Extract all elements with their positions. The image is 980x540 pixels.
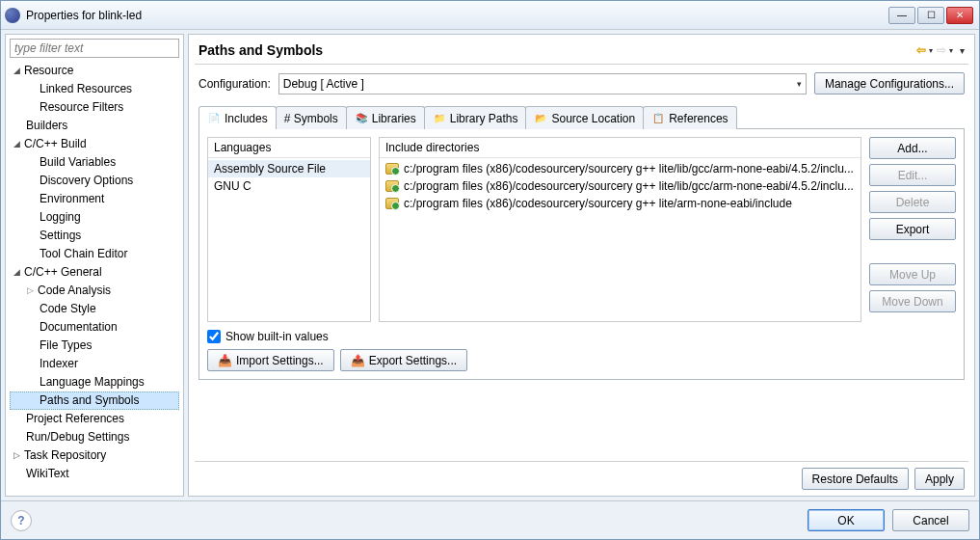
collapse-icon[interactable]: ◢ — [11, 264, 22, 281]
tab-symbols[interactable]: # Symbols — [276, 106, 347, 129]
page-title: Paths and Symbols — [199, 42, 323, 58]
include-row[interactable]: c:/program files (x86)/codesourcery/sour… — [380, 195, 861, 212]
folder-icon — [385, 180, 399, 192]
forward-button[interactable]: ⇨▾ — [937, 43, 953, 57]
folder-icon — [385, 163, 399, 175]
tree-item-language-mappings[interactable]: Language Mappings — [10, 373, 179, 392]
configuration-select[interactable]: Debug [ Active ] ▾ — [278, 73, 807, 94]
chevron-down-icon: ▾ — [797, 79, 802, 89]
add-button[interactable]: Add... — [869, 137, 956, 159]
tab-library-paths[interactable]: 📁Library Paths — [424, 106, 527, 129]
expand-icon[interactable]: ▷ — [11, 447, 22, 464]
edit-button[interactable]: Edit... — [869, 164, 956, 186]
configuration-value: Debug [ Active ] — [283, 77, 364, 91]
export-button[interactable]: Export — [869, 218, 956, 240]
tree-item-ccpp-build[interactable]: ◢C/C++ Build — [10, 135, 179, 153]
tree-item-task-repository[interactable]: ▷Task Repository — [10, 446, 179, 465]
ok-button[interactable]: OK — [808, 509, 885, 531]
tree-item-run-debug-settings[interactable]: Run/Debug Settings — [10, 428, 179, 446]
minimize-button[interactable]: — — [888, 7, 915, 24]
tree-item-file-types[interactable]: File Types — [10, 337, 179, 355]
references-icon: 📋 — [651, 112, 665, 125]
tree-item-wikitext[interactable]: WikiText — [10, 465, 179, 483]
show-builtin-label: Show built-in values — [225, 330, 329, 343]
manage-configurations-button[interactable]: Manage Configurations... — [814, 72, 965, 94]
languages-list[interactable]: Languages Assembly Source File GNU C — [207, 137, 371, 322]
apply-button[interactable]: Apply — [914, 468, 965, 490]
collapse-icon[interactable]: ◢ — [11, 63, 22, 79]
nav-tree[interactable]: ◢Resource Linked Resources Resource Filt… — [10, 62, 179, 492]
language-row[interactable]: Assembly Source File — [208, 160, 370, 177]
tree-item-builders[interactable]: Builders — [10, 117, 179, 135]
include-directories-list[interactable]: Include directories c:/program files (x8… — [379, 137, 861, 322]
tree-item-tool-chain-editor[interactable]: Tool Chain Editor — [10, 245, 179, 263]
libraries-icon: 📚 — [355, 112, 368, 125]
tree-item-logging[interactable]: Logging — [10, 208, 179, 227]
move-up-button[interactable]: Move Up — [869, 263, 956, 285]
include-row[interactable]: c:/program files (x86)/codesourcery/sour… — [380, 160, 861, 177]
tree-item-environment[interactable]: Environment — [10, 190, 179, 208]
include-row[interactable]: c:/program files (x86)/codesourcery/sour… — [380, 177, 861, 195]
close-button[interactable]: ✕ — [946, 7, 973, 24]
tree-item-indexer[interactable]: Indexer — [10, 355, 179, 373]
includes-icon: 📄 — [207, 112, 221, 125]
tab-source-location[interactable]: 📂Source Location — [525, 106, 644, 129]
maximize-button[interactable]: ☐ — [917, 7, 944, 24]
tree-item-settings[interactable]: Settings — [10, 227, 179, 245]
tab-libraries[interactable]: 📚Libraries — [346, 106, 425, 129]
eclipse-icon — [5, 8, 20, 23]
tree-item-build-variables[interactable]: Build Variables — [10, 153, 179, 172]
tree-item-resource[interactable]: ◢Resource — [10, 62, 179, 80]
restore-defaults-button[interactable]: Restore Defaults — [802, 468, 909, 490]
tree-item-resource-filters[interactable]: Resource Filters — [10, 98, 179, 117]
language-row[interactable]: GNU C — [208, 177, 370, 195]
tab-includes[interactable]: 📄Includes — [199, 106, 277, 129]
filter-input[interactable] — [10, 39, 179, 58]
tree-item-code-style[interactable]: Code Style — [10, 300, 179, 318]
cancel-button[interactable]: Cancel — [892, 509, 969, 531]
help-button[interactable]: ? — [11, 510, 32, 531]
library-paths-icon: 📁 — [433, 112, 446, 125]
export-settings-button[interactable]: 📤Export Settings... — [340, 349, 467, 371]
tabs: 📄Includes # Symbols 📚Libraries 📁Library … — [199, 106, 965, 129]
content-panel: Paths and Symbols ⇦▾ ⇨▾ ▾ Configuration:… — [188, 34, 975, 497]
tree-item-ccpp-general[interactable]: ◢C/C++ General — [10, 263, 179, 282]
titlebar: Properties for blink-led — ☐ ✕ — [1, 1, 979, 30]
folder-icon — [385, 198, 399, 209]
languages-header: Languages — [208, 138, 370, 158]
tree-item-code-analysis[interactable]: ▷Code Analysis — [10, 282, 179, 300]
show-builtin-checkbox[interactable] — [207, 330, 221, 343]
side-buttons: Add... Edit... Delete Export Move Up Mov… — [869, 137, 956, 322]
export-icon: 📤 — [351, 354, 365, 367]
tree-item-paths-symbols[interactable]: Paths and Symbols — [10, 392, 179, 410]
delete-button[interactable]: Delete — [869, 191, 956, 213]
tree-item-project-references[interactable]: Project References — [10, 410, 179, 428]
dropdown-menu-button[interactable]: ▾ — [957, 43, 965, 57]
tab-references[interactable]: 📋References — [643, 106, 736, 129]
tree-panel: ◢Resource Linked Resources Resource Filt… — [5, 34, 184, 497]
expand-icon[interactable]: ▷ — [24, 283, 36, 299]
tree-item-discovery-options[interactable]: Discovery Options — [10, 172, 179, 190]
configuration-label: Configuration: — [199, 77, 271, 91]
import-settings-button[interactable]: 📥Import Settings... — [207, 349, 334, 371]
move-down-button[interactable]: Move Down — [869, 290, 956, 312]
window-title: Properties for blink-led — [26, 9, 142, 22]
import-icon: 📥 — [218, 354, 232, 367]
source-location-icon: 📂 — [534, 112, 547, 125]
tree-item-documentation[interactable]: Documentation — [10, 318, 179, 337]
include-header: Include directories — [380, 138, 861, 158]
tree-item-linked-resources[interactable]: Linked Resources — [10, 80, 179, 98]
nav-arrows: ⇦▾ ⇨▾ ▾ — [916, 43, 965, 57]
collapse-icon[interactable]: ◢ — [11, 136, 22, 152]
back-button[interactable]: ⇦▾ — [916, 43, 933, 57]
